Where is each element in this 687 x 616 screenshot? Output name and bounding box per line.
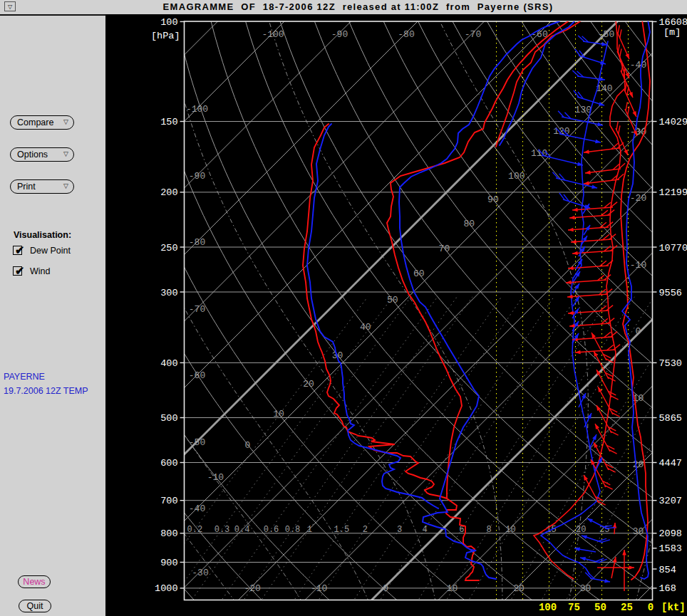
svg-text:[kt]: [kt] xyxy=(661,602,686,613)
svg-text:1.5: 1.5 xyxy=(334,525,349,535)
svg-text:-100: -100 xyxy=(262,29,284,40)
svg-text:14029: 14029 xyxy=(659,117,687,127)
svg-text:25: 25 xyxy=(621,602,633,613)
svg-text:8: 8 xyxy=(486,525,491,535)
svg-text:-100: -100 xyxy=(186,104,208,115)
svg-text:-60: -60 xyxy=(189,370,205,381)
svg-text:90: 90 xyxy=(487,194,499,205)
svg-text:500: 500 xyxy=(160,413,177,424)
svg-text:-20: -20 xyxy=(244,583,260,594)
svg-text:854: 854 xyxy=(659,565,676,575)
svg-text:75: 75 xyxy=(568,602,580,613)
svg-text:0: 0 xyxy=(245,440,251,451)
svg-text:-50: -50 xyxy=(189,437,205,448)
svg-text:130: 130 xyxy=(575,105,592,115)
svg-text:10770: 10770 xyxy=(659,243,687,254)
svg-text:10: 10 xyxy=(273,409,284,419)
svg-text:9556: 9556 xyxy=(659,288,682,298)
svg-text:1: 1 xyxy=(307,525,312,535)
svg-text:-80: -80 xyxy=(398,29,414,40)
svg-text:3207: 3207 xyxy=(659,496,682,506)
svg-text:4447: 4447 xyxy=(659,458,682,469)
svg-text:30: 30 xyxy=(580,583,592,594)
svg-text:20: 20 xyxy=(576,525,586,535)
svg-text:-10: -10 xyxy=(207,472,224,483)
svg-text:30: 30 xyxy=(633,526,644,537)
svg-text:-90: -90 xyxy=(189,171,205,182)
svg-text:168: 168 xyxy=(659,583,676,594)
svg-text:0: 0 xyxy=(383,583,388,594)
svg-text:0.2: 0.2 xyxy=(187,525,202,535)
svg-text:0.8: 0.8 xyxy=(285,525,301,535)
svg-text:900: 900 xyxy=(160,558,177,568)
svg-text:20: 20 xyxy=(633,459,644,470)
svg-text:-90: -90 xyxy=(331,29,348,40)
svg-text:1000: 1000 xyxy=(155,583,177,594)
svg-text:0.3: 0.3 xyxy=(215,525,230,535)
svg-text:700: 700 xyxy=(160,496,177,506)
svg-text:16608: 16608 xyxy=(659,17,687,28)
svg-text:3: 3 xyxy=(397,525,402,535)
svg-text:300: 300 xyxy=(160,288,177,298)
svg-text:-70: -70 xyxy=(189,304,205,315)
svg-text:100: 100 xyxy=(508,171,525,182)
svg-text:100: 100 xyxy=(160,17,177,28)
svg-text:200: 200 xyxy=(160,187,177,198)
svg-text:0: 0 xyxy=(648,602,654,613)
svg-text:150: 150 xyxy=(160,117,177,127)
svg-text:12199: 12199 xyxy=(659,187,687,198)
svg-text:-30: -30 xyxy=(192,568,208,578)
svg-text:1583: 1583 xyxy=(659,543,682,554)
svg-text:0.4: 0.4 xyxy=(234,525,250,535)
svg-text:-10: -10 xyxy=(630,260,646,271)
svg-text:-70: -70 xyxy=(465,29,481,40)
svg-text:60: 60 xyxy=(413,268,425,279)
svg-text:2098: 2098 xyxy=(659,528,682,539)
svg-text:800: 800 xyxy=(160,528,177,539)
svg-text:-80: -80 xyxy=(189,237,205,248)
svg-text:10: 10 xyxy=(447,583,458,594)
svg-text:-40: -40 xyxy=(630,60,646,71)
svg-text:7530: 7530 xyxy=(659,358,682,369)
svg-text:-20: -20 xyxy=(630,193,646,204)
svg-text:20: 20 xyxy=(513,583,525,594)
svg-text:-50: -50 xyxy=(598,29,614,40)
svg-text:100: 100 xyxy=(539,602,557,613)
svg-text:600: 600 xyxy=(160,458,177,469)
svg-text:20: 20 xyxy=(303,379,314,390)
svg-text:0: 0 xyxy=(636,326,641,337)
svg-text:2: 2 xyxy=(363,525,368,535)
svg-text:[hPa]: [hPa] xyxy=(151,31,180,41)
svg-text:50: 50 xyxy=(594,602,606,613)
svg-text:[m]: [m] xyxy=(663,27,681,38)
svg-text:80: 80 xyxy=(463,219,475,229)
svg-text:250: 250 xyxy=(160,243,177,254)
svg-text:50: 50 xyxy=(387,295,398,306)
svg-text:5865: 5865 xyxy=(659,413,682,424)
svg-text:4: 4 xyxy=(422,525,427,535)
svg-text:-40: -40 xyxy=(189,503,205,514)
svg-text:10: 10 xyxy=(505,525,515,535)
svg-text:400: 400 xyxy=(160,358,177,369)
svg-text:-10: -10 xyxy=(311,583,327,594)
svg-text:40: 40 xyxy=(360,322,371,333)
svg-text:70: 70 xyxy=(439,244,450,254)
svg-text:0.6: 0.6 xyxy=(264,525,279,535)
